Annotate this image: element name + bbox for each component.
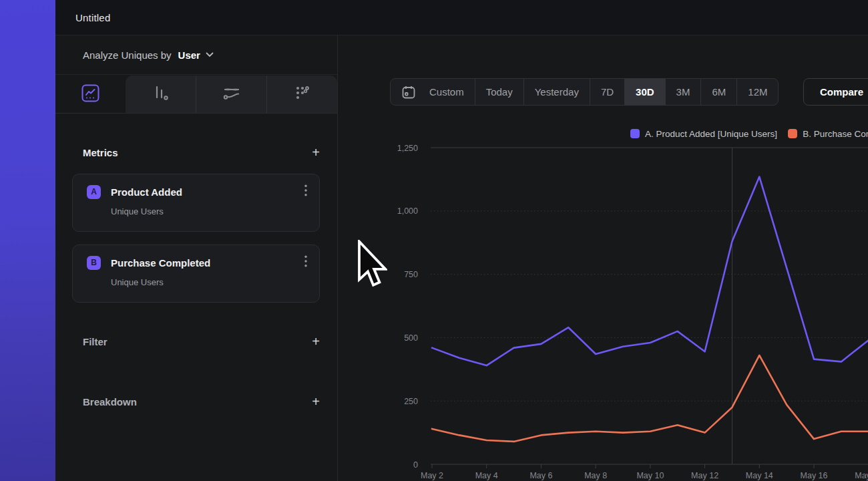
metric-card-a[interactable]: AProduct AddedUnique Users: [72, 174, 320, 232]
flow-icon: [222, 86, 241, 104]
range-yesterday[interactable]: Yesterday: [523, 79, 590, 105]
date-range-control: CustomTodayYesterday7D30D3M6M12M: [390, 78, 779, 106]
add-filter-button[interactable]: +: [312, 335, 320, 348]
range-3m[interactable]: 3M: [665, 79, 701, 105]
range-label: Yesterday: [535, 86, 579, 98]
metric-title: Purchase Completed: [111, 257, 304, 269]
bar-chart-icon: [153, 85, 169, 105]
chevron-down-icon: [206, 52, 214, 57]
x-axis-tick-label: May 8: [584, 471, 607, 480]
metric-badge: B: [87, 256, 101, 270]
analyze-by-selector[interactable]: User: [178, 49, 200, 61]
breakdown-label: Breakdown: [83, 396, 137, 408]
y-axis-tick-label: 500: [404, 333, 418, 343]
analyze-by-label: Analyze Uniques by: [83, 49, 172, 61]
add-breakdown-button[interactable]: +: [312, 395, 320, 408]
query-sidebar: Analyze Uniques by User Metrics + AProdu…: [55, 35, 338, 481]
tab-bar-chart[interactable]: [126, 75, 196, 114]
range-label: 3M: [676, 86, 690, 98]
x-axis-tick-label: May 6: [529, 471, 552, 480]
x-axis-tick-label: May 18: [855, 471, 868, 480]
tab-line-chart[interactable]: [55, 75, 126, 114]
range-label: Today: [486, 86, 513, 98]
range-today[interactable]: Today: [475, 79, 523, 105]
add-metric-button[interactable]: +: [312, 146, 320, 159]
chart-type-tab-strip: [126, 75, 337, 114]
range-6m[interactable]: 6M: [700, 79, 736, 105]
range-label: 12M: [748, 86, 767, 98]
kebab-menu-icon[interactable]: [304, 184, 307, 199]
y-axis-tick-label: 1,250: [397, 144, 418, 153]
range-label: Custom: [429, 86, 464, 98]
calendar-icon: [401, 85, 423, 100]
x-axis-tick-label: May 2: [421, 471, 443, 480]
desktop-gradient-strip: [0, 0, 55, 481]
y-axis-tick-label: 0: [413, 460, 418, 470]
range-custom[interactable]: Custom: [391, 79, 475, 105]
y-axis-tick-label: 1,000: [397, 206, 418, 216]
funnel-dots-icon: [294, 85, 311, 105]
x-axis-tick-label: May 16: [801, 471, 828, 480]
kebab-menu-icon[interactable]: [304, 255, 307, 270]
series-line-a: [432, 177, 868, 365]
tab-flow[interactable]: [196, 75, 266, 114]
report-title[interactable]: Untitled: [75, 12, 110, 23]
app-screen: Untitled Analyze Uniques by User Metrics…: [0, 0, 868, 481]
tab-funnel-dots[interactable]: [266, 75, 337, 114]
y-axis-tick-label: 250: [404, 397, 418, 406]
compare-button[interactable]: Compare: [803, 78, 868, 106]
filter-label: Filter: [83, 336, 107, 347]
y-axis-tick-label: 750: [404, 270, 418, 279]
x-axis-tick-label: May 10: [636, 471, 664, 480]
mouse-cursor: [357, 240, 387, 291]
metrics-section-header: Metrics +: [83, 142, 320, 162]
range-12m[interactable]: 12M: [736, 79, 778, 105]
range-label: 7D: [601, 86, 614, 98]
chart-type-tabs: [55, 75, 337, 114]
range-label: 6M: [712, 86, 726, 98]
metric-title: Product Added: [111, 186, 304, 198]
analyze-by-row: Analyze Uniques by User: [55, 35, 337, 75]
range-30d[interactable]: 30D: [624, 79, 665, 105]
line-chart-icon: [81, 84, 99, 105]
filter-section-header: Filter +: [83, 331, 320, 351]
range-label: 30D: [636, 86, 654, 98]
top-bar: Untitled: [55, 0, 868, 35]
breakdown-section-header: Breakdown +: [83, 391, 320, 412]
metric-subtitle: Unique Users: [111, 206, 307, 216]
chart-panel: CustomTodayYesterday7D30D3M6M12M Compare…: [338, 35, 868, 481]
x-axis-tick-label: May 14: [746, 471, 773, 480]
x-axis-tick-label: May 4: [475, 471, 498, 480]
range-7d[interactable]: 7D: [590, 79, 624, 105]
line-chart-canvas[interactable]: 02505007501,0001,250May 2May 4May 6May 8…: [338, 121, 868, 481]
metric-subtitle: Unique Users: [111, 277, 307, 287]
metrics-label: Metrics: [83, 147, 118, 158]
series-line-b: [432, 355, 868, 442]
metric-card-b[interactable]: BPurchase CompletedUnique Users: [72, 245, 320, 303]
metric-badge: A: [87, 185, 101, 199]
x-axis-tick-label: May 12: [691, 471, 718, 480]
